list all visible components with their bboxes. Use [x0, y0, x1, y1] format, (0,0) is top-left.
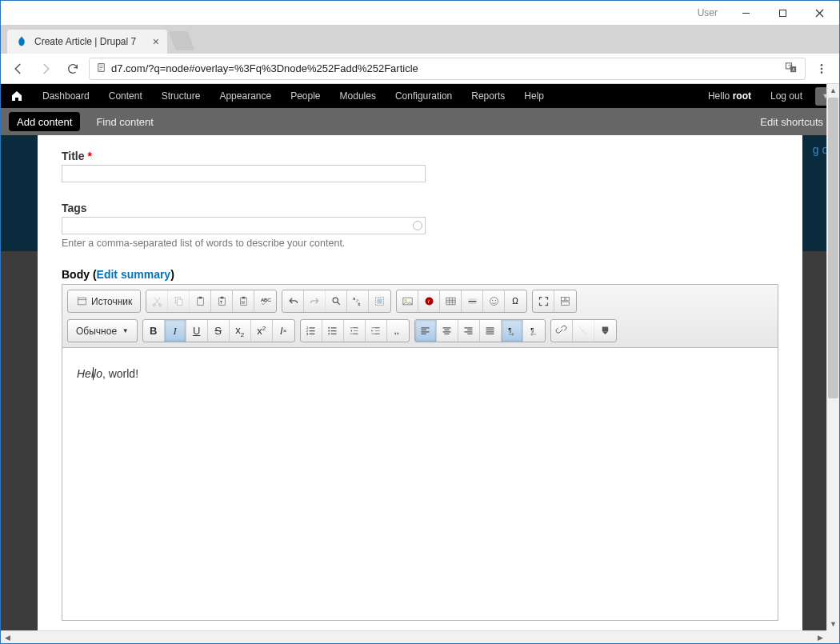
svg-point-29 — [404, 299, 406, 302]
admin-menu-reports[interactable]: Reports — [462, 84, 514, 108]
svg-point-7 — [821, 67, 823, 70]
redo-button[interactable] — [304, 290, 326, 312]
cut-button[interactable] — [146, 290, 168, 312]
svg-rect-17 — [220, 297, 223, 299]
edit-summary-link[interactable]: Edit summary — [97, 268, 171, 281]
paste-text-button[interactable]: T — [211, 290, 233, 312]
bullist-button[interactable] — [322, 320, 344, 342]
link-button[interactable] — [551, 320, 573, 342]
window-close-button[interactable] — [801, 1, 838, 25]
admin-menu-structure[interactable]: Structure — [152, 84, 210, 108]
copy-button[interactable] — [168, 290, 190, 312]
undo-button[interactable] — [282, 290, 304, 312]
admin-menu-dashboard[interactable]: Dashboard — [33, 84, 99, 108]
scroll-up-icon[interactable]: ▲ — [827, 84, 839, 97]
svg-point-45 — [328, 333, 330, 334]
address-bar[interactable]: d7.com/?q=node#overlay=%3Fq%3Dnode%252Fa… — [89, 58, 806, 80]
indent-button[interactable] — [366, 320, 387, 342]
browser-menu-button[interactable] — [810, 58, 833, 80]
bold-button[interactable]: B — [143, 320, 165, 342]
align-right-button[interactable] — [458, 320, 480, 342]
spellcheck-button[interactable]: ABC — [254, 290, 276, 312]
svg-rect-20 — [242, 297, 245, 299]
numlist-button[interactable]: 123 — [301, 320, 322, 342]
hr-button[interactable] — [462, 290, 483, 312]
editor-body[interactable]: Hello, world! — [62, 348, 778, 620]
browser-tab[interactable]: Create Article | Drupal 7 × — [7, 30, 167, 54]
admin-menu-appearance[interactable]: Appearance — [210, 84, 281, 108]
admin-menu-help[interactable]: Help — [514, 84, 554, 108]
page-info-icon[interactable] — [96, 62, 106, 75]
vertical-scrollbar[interactable]: ▲ ▼ — [826, 84, 839, 630]
admin-menu-modules[interactable]: Modules — [330, 84, 386, 108]
scroll-right-icon[interactable]: ▶ — [814, 631, 826, 644]
admin-menu-people[interactable]: People — [281, 84, 330, 108]
subscript-button[interactable]: x2 — [230, 320, 251, 342]
find-button[interactable] — [326, 290, 347, 312]
back-button[interactable] — [7, 58, 30, 80]
svg-rect-37 — [562, 298, 565, 301]
title-input[interactable] — [62, 165, 426, 182]
tab-title: Create Article | Drupal 7 — [34, 36, 146, 47]
unlink-button[interactable] — [573, 320, 594, 342]
underline-button[interactable]: U — [186, 320, 208, 342]
svg-text:¶: ¶ — [508, 326, 511, 334]
overlay-content: Title * Tags Enter a comma-separated lis… — [38, 135, 802, 643]
selectall-button[interactable] — [369, 290, 390, 312]
svg-rect-13 — [177, 299, 182, 306]
format-dropdown[interactable]: Обычное ▼ — [68, 320, 137, 342]
tab-close-icon[interactable]: × — [153, 35, 159, 48]
svg-text:,,: ,, — [394, 326, 398, 335]
image-button[interactable] — [397, 290, 418, 312]
shortcut-add-content[interactable]: Add content — [9, 112, 80, 131]
shortcut-edit[interactable]: Edit shortcuts — [752, 112, 831, 131]
showblocks-button[interactable] — [554, 290, 576, 312]
ltr-button[interactable]: ¶ — [502, 320, 523, 342]
shortcut-find-content[interactable]: Find content — [88, 112, 162, 131]
align-justify-button[interactable] — [480, 320, 502, 342]
tags-input[interactable] — [62, 217, 426, 234]
align-left-button[interactable] — [415, 320, 437, 342]
forward-button[interactable] — [34, 58, 57, 80]
align-center-button[interactable] — [437, 320, 458, 342]
specialchar-button[interactable]: Ω — [505, 290, 526, 312]
svg-text:¶: ¶ — [530, 326, 534, 334]
svg-text:Ω: Ω — [512, 297, 518, 306]
drupal-favicon — [15, 35, 28, 48]
maximize-button[interactable] — [533, 290, 554, 312]
smiley-button[interactable] — [483, 290, 505, 312]
admin-menu-content[interactable]: Content — [99, 84, 152, 108]
translate-icon[interactable]: 文A — [785, 61, 798, 77]
removeformat-button[interactable]: I× — [273, 320, 294, 342]
flash-button[interactable]: f — [418, 290, 440, 312]
paste-button[interactable] — [190, 290, 211, 312]
svg-point-30 — [425, 298, 433, 306]
svg-text:3: 3 — [306, 333, 308, 336]
admin-hello: Hello root — [698, 90, 761, 102]
italic-button[interactable]: I — [165, 320, 186, 342]
paste-word-button[interactable]: W — [233, 290, 254, 312]
window-maximize-button[interactable] — [764, 1, 801, 25]
anchor-button[interactable] — [594, 320, 616, 342]
reload-button[interactable] — [62, 58, 84, 80]
scroll-down-icon[interactable]: ▼ — [827, 618, 839, 630]
horizontal-scrollbar[interactable]: ◀ ▶ — [1, 630, 826, 643]
scroll-left-icon[interactable]: ◀ — [1, 631, 14, 644]
admin-logout[interactable]: Log out — [761, 84, 812, 108]
new-tab-button[interactable] — [169, 31, 195, 50]
table-button[interactable] — [440, 290, 462, 312]
svg-rect-15 — [198, 297, 202, 299]
replace-button[interactable]: ab — [347, 290, 369, 312]
window-minimize-button[interactable] — [727, 1, 764, 25]
admin-menu-configuration[interactable]: Configuration — [386, 84, 462, 108]
svg-point-6 — [821, 64, 823, 66]
svg-text:b: b — [358, 302, 360, 306]
superscript-button[interactable]: x2 — [251, 320, 273, 342]
source-button[interactable]: Источник — [68, 290, 140, 312]
outdent-button[interactable] — [344, 320, 366, 342]
admin-home-icon[interactable] — [1, 84, 33, 108]
rtl-button[interactable]: ¶ — [523, 320, 545, 342]
scrollbar-thumb[interactable] — [828, 98, 838, 398]
strike-button[interactable]: S — [208, 320, 230, 342]
blockquote-button[interactable]: ,, — [387, 320, 409, 342]
